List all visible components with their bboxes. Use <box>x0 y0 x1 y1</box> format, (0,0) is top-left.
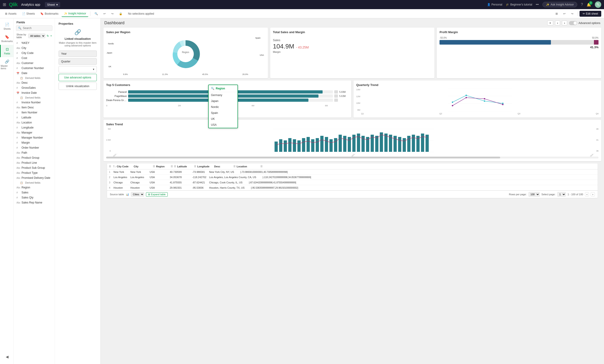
layout-btn[interactable]: ⊞ <box>553 11 560 17</box>
nav-sheets[interactable]: 📄 Sheets <box>0 20 13 33</box>
region-item-nordic[interactable]: Nordic <box>209 104 238 110</box>
nav-fields[interactable]: ⊡ Fields <box>0 45 13 57</box>
personal-link[interactable]: 👤 Personal <box>487 3 502 6</box>
sales-margin-value: - 43.25M <box>296 46 309 49</box>
table-filter-icon-5[interactable]: ☰ <box>233 165 236 168</box>
smart-search-btn[interactable]: 🔍 <box>92 11 100 17</box>
unlink-visualization-btn[interactable]: Unlink visualization <box>59 83 97 90</box>
page-select[interactable]: 1 <box>557 192 566 197</box>
table-filter-icon-4[interactable]: ☰ <box>194 165 196 168</box>
fields-search[interactable]: 🔍 <box>16 25 52 31</box>
field-item[interactable]: 📋Derived fields <box>14 95 55 100</box>
redo-btn[interactable]: ↪ <box>569 11 576 17</box>
help-icon[interactable]: ? <box>581 2 583 7</box>
dimension-quarter[interactable]: Quarter <box>59 58 97 65</box>
table-filter-icon-2[interactable]: ☰ <box>171 165 173 168</box>
region-item-japan[interactable]: Japan <box>209 98 238 104</box>
sales-trend-scrollbar[interactable] <box>106 157 599 158</box>
field-item[interactable]: AbcRegion <box>14 185 55 190</box>
undo-btn[interactable]: ↩ <box>561 11 568 17</box>
sheets-btn[interactable]: 📄 Sheets <box>20 11 37 17</box>
ask-insight-advisor-btn[interactable]: ✨ Ask Insight Advisor <box>542 2 577 7</box>
field-item[interactable]: #%KEY <box>14 40 55 46</box>
field-item[interactable]: #Cost <box>14 56 55 61</box>
table-filter-icon-1[interactable]: ☰ <box>153 165 155 168</box>
field-item[interactable]: #Item Number <box>14 110 55 115</box>
field-item[interactable]: #GrossSales <box>14 85 55 90</box>
lock-selections-btn[interactable]: 🔒 <box>117 11 125 17</box>
forward-btn[interactable]: ↪ <box>109 11 116 17</box>
field-item[interactable]: AbcItem Desc <box>14 105 55 110</box>
field-item[interactable]: AbcManager <box>14 130 55 135</box>
table-select[interactable]: All tables <box>28 34 45 38</box>
expand-table-btn[interactable]: ⊞ Expand table <box>146 192 168 197</box>
add-field-icon[interactable]: + <box>50 34 52 37</box>
field-item[interactable]: #Order Number <box>14 145 55 150</box>
assets-btn[interactable]: ⊞ Assets <box>3 11 19 17</box>
field-item[interactable]: AbcDesc <box>14 80 55 85</box>
prev-page-btn[interactable]: ‹ <box>585 192 589 196</box>
next-page-btn[interactable]: › <box>591 192 595 196</box>
field-item[interactable]: AbcProduct Sub Group <box>14 165 55 170</box>
nav-collapse[interactable]: ◀ <box>5 352 9 361</box>
field-item[interactable]: 📋Derived fields <box>14 180 55 185</box>
col-header-longitude[interactable]: Longitude <box>197 165 213 168</box>
sheet-selector[interactable]: Sheet ▾ <box>45 2 60 7</box>
field-item[interactable]: #Invoice Number <box>14 100 55 105</box>
field-item[interactable]: #Sales Qty <box>14 195 55 200</box>
col-header-desc[interactable]: Desc <box>214 165 232 168</box>
field-item[interactable]: #Longitude <box>14 125 55 130</box>
dimension-dropdown[interactable]: ▾ <box>59 66 97 73</box>
field-item[interactable]: #Latitude <box>14 115 55 120</box>
app-menu-icon[interactable]: ⊞ <box>3 2 6 7</box>
bookmarks-btn[interactable]: 🔖 Bookmarks <box>38 11 61 17</box>
nav-bookmarks[interactable]: 🔖 Bookmarks <box>0 33 13 45</box>
more-options-icon[interactable]: ••• <box>536 3 539 6</box>
col-header-city[interactable]: City <box>134 165 152 168</box>
field-item[interactable]: AbcLocation <box>14 120 55 125</box>
refresh-icon[interactable]: ↻ <box>47 34 49 37</box>
table-filter-icon-6[interactable]: ☰ <box>260 165 263 168</box>
prev-page-btn[interactable]: ‹ <box>555 21 560 25</box>
field-item[interactable]: AbcSales Rep Name <box>14 200 55 205</box>
col-header-location[interactable]: Location <box>237 165 259 168</box>
source-table-select[interactable]: Cities <box>131 192 144 197</box>
region-item-germany[interactable]: Germany <box>209 92 238 98</box>
use-advanced-options-btn[interactable]: Use advanced options <box>59 74 97 81</box>
insight-advisor-btn[interactable]: ✨ Insight Advisor <box>62 11 88 17</box>
dimension-year[interactable]: Year <box>59 50 97 57</box>
nav-master-items[interactable]: 🔗 Master items <box>0 57 13 72</box>
table-menu-icon[interactable]: ☰ <box>109 165 111 168</box>
field-item[interactable]: 📅Date <box>14 71 55 76</box>
field-item[interactable]: 📋Derived fields <box>14 76 55 80</box>
field-item[interactable]: AbcProduct Type <box>14 170 55 175</box>
field-item[interactable]: AbcProduct Line <box>14 160 55 165</box>
field-item[interactable]: AbcPromised Delivery Date <box>14 175 55 180</box>
back-btn[interactable]: ↩ <box>101 11 108 17</box>
table-filter-icon-3[interactable]: ☰ <box>174 165 176 168</box>
col-header-region[interactable]: Region <box>156 165 170 168</box>
field-item[interactable]: #Manager Number <box>14 135 55 140</box>
region-item-uk[interactable]: UK <box>209 116 238 122</box>
edit-sheet-button[interactable]: ✏ Edit sheet <box>579 11 601 17</box>
field-item[interactable]: AbcCustomer <box>14 61 55 66</box>
field-item[interactable]: #Customer Number <box>14 66 55 71</box>
field-item[interactable]: AbcPath <box>14 150 55 155</box>
col-header-city-code[interactable]: City Code <box>117 165 133 168</box>
rows-per-page-select[interactable]: 100 <box>528 192 540 197</box>
field-item[interactable]: #City Code <box>14 50 55 56</box>
field-item[interactable]: AbcCity <box>14 46 55 50</box>
add-item-btn[interactable]: + <box>547 21 553 25</box>
field-item[interactable]: AbcProduct Group <box>14 155 55 160</box>
field-item[interactable]: #Sales <box>14 190 55 195</box>
search-input[interactable] <box>23 26 55 30</box>
user-avatar[interactable]: TL <box>595 1 601 8</box>
col-header-latitude[interactable]: Latitude <box>177 165 193 168</box>
field-item[interactable]: 📅Invoice Date <box>14 90 55 95</box>
toggle-switch[interactable] <box>569 21 577 25</box>
tutorial-link[interactable]: 🎓 Beginner's tutorial <box>506 3 532 6</box>
region-item-spain[interactable]: Spain <box>209 110 238 116</box>
next-page-btn[interactable]: › <box>562 21 567 25</box>
region-item-usa[interactable]: USA <box>209 122 238 128</box>
field-item[interactable]: #Margin <box>14 140 55 145</box>
